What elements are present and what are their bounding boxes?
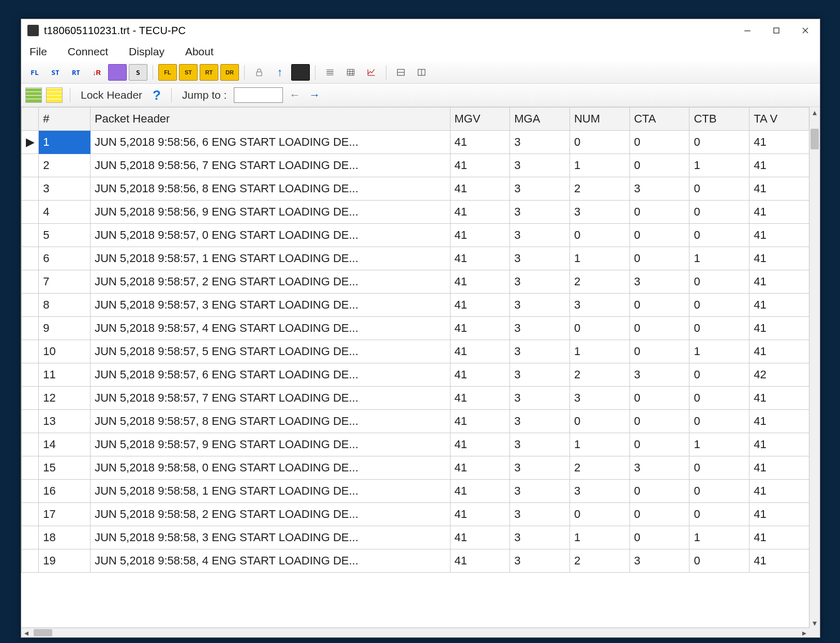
cell-mgv[interactable]: 41 <box>450 224 510 247</box>
row-marker[interactable] <box>22 224 39 247</box>
cell-ph[interactable]: JUN 5,2018 9:58:56, 9 ENG START LOADING … <box>90 201 450 224</box>
toolbar-fl-yellow-button[interactable]: FL <box>158 64 177 81</box>
cell-mgv[interactable]: 41 <box>450 503 510 526</box>
cell-ph[interactable]: JUN 5,2018 9:58:57, 4 ENG START LOADING … <box>90 317 450 340</box>
cell-num[interactable]: 2 <box>569 456 629 480</box>
table-row[interactable]: 11JUN 5,2018 9:58:57, 6 ENG START LOADIN… <box>22 363 809 387</box>
cell-ph[interactable]: JUN 5,2018 9:58:57, 7 ENG START LOADING … <box>90 387 450 410</box>
cell-ctb[interactable]: 0 <box>689 387 749 410</box>
lock-header-label[interactable]: Lock Header <box>81 89 142 101</box>
cell-cta[interactable]: 0 <box>629 317 689 340</box>
jump-prev-button[interactable]: ← <box>287 88 303 102</box>
cell-mga[interactable]: 3 <box>510 154 570 177</box>
row-marker[interactable] <box>22 340 39 363</box>
cell-mga[interactable]: 3 <box>510 363 570 387</box>
toolbar-st-button[interactable]: ST <box>46 64 65 81</box>
cell-num[interactable]: 0 <box>569 410 629 433</box>
col-number[interactable]: # <box>39 108 91 131</box>
table-row[interactable]: 9JUN 5,2018 9:58:57, 4 ENG START LOADING… <box>22 317 809 340</box>
vertical-scrollbar[interactable]: ▴ ▾ <box>809 107 820 628</box>
cell-mga[interactable]: 3 <box>510 294 570 317</box>
data-grid[interactable]: # Packet Header MGV MGA NUM CTA CTB TA V… <box>21 107 809 573</box>
cell-mgv[interactable]: 41 <box>450 294 510 317</box>
table-row[interactable]: 6JUN 5,2018 9:58:57, 1 ENG START LOADING… <box>22 247 809 270</box>
table-row[interactable]: 17JUN 5,2018 9:58:58, 2 ENG START LOADIN… <box>22 503 809 526</box>
cell-ctb[interactable]: 0 <box>689 410 749 433</box>
cell-mgv[interactable]: 41 <box>450 410 510 433</box>
scroll-down-icon[interactable]: ▾ <box>809 618 820 628</box>
cell-cta[interactable]: 0 <box>629 201 689 224</box>
toolbar-square-purple-icon[interactable] <box>108 64 127 81</box>
toolbar-rt-button[interactable]: RT <box>67 64 85 81</box>
cell-n[interactable]: 18 <box>39 526 91 549</box>
cell-ctb[interactable]: 0 <box>689 294 749 317</box>
cell-ph[interactable]: JUN 5,2018 9:58:57, 0 ENG START LOADING … <box>90 224 450 247</box>
row-marker[interactable] <box>22 154 39 177</box>
cell-tav[interactable]: 41 <box>749 247 809 270</box>
cell-n[interactable]: 1 <box>39 131 91 154</box>
cell-mga[interactable]: 3 <box>510 503 570 526</box>
row-marker[interactable] <box>22 433 39 456</box>
grid-green-icon[interactable] <box>25 87 42 103</box>
cell-mga[interactable]: 3 <box>510 456 570 480</box>
vscroll-thumb[interactable] <box>811 129 819 149</box>
hscroll-thumb[interactable] <box>34 629 52 636</box>
cell-ctb[interactable]: 1 <box>689 433 749 456</box>
cell-cta[interactable]: 0 <box>629 387 689 410</box>
cell-mgv[interactable]: 41 <box>450 270 510 294</box>
cell-mga[interactable]: 3 <box>510 270 570 294</box>
cell-ctb[interactable]: 1 <box>689 154 749 177</box>
cell-n[interactable]: 4 <box>39 201 91 224</box>
cell-mgv[interactable]: 41 <box>450 456 510 480</box>
cell-ph[interactable]: JUN 5,2018 9:58:57, 1 ENG START LOADING … <box>90 247 450 270</box>
cell-mgv[interactable]: 41 <box>450 363 510 387</box>
cell-cta[interactable]: 0 <box>629 294 689 317</box>
grid-view-icon[interactable] <box>341 64 360 81</box>
cell-n[interactable]: 10 <box>39 340 91 363</box>
toolbar-dr-button[interactable]: ↓R <box>87 64 106 81</box>
row-marker[interactable] <box>22 317 39 340</box>
menu-display[interactable]: Display <box>126 43 168 60</box>
cell-cta[interactable]: 3 <box>629 363 689 387</box>
cell-tav[interactable]: 41 <box>749 433 809 456</box>
col-rowmarker[interactable] <box>22 108 39 131</box>
col-mga[interactable]: MGA <box>510 108 570 131</box>
cell-n[interactable]: 6 <box>39 247 91 270</box>
help-icon[interactable]: ? <box>153 87 161 103</box>
cell-ctb[interactable]: 1 <box>689 247 749 270</box>
cell-tav[interactable]: 42 <box>749 363 809 387</box>
row-marker[interactable] <box>22 247 39 270</box>
cell-mgv[interactable]: 41 <box>450 549 510 573</box>
cell-mga[interactable]: 3 <box>510 387 570 410</box>
lock-icon[interactable] <box>250 64 268 81</box>
row-marker[interactable] <box>22 480 39 503</box>
cell-tav[interactable]: 41 <box>749 131 809 154</box>
cell-tav[interactable]: 41 <box>749 410 809 433</box>
col-num[interactable]: NUM <box>569 108 629 131</box>
table-row[interactable]: 12JUN 5,2018 9:58:57, 7 ENG START LOADIN… <box>22 387 809 410</box>
cell-n[interactable]: 16 <box>39 480 91 503</box>
toolbar-dark-icon[interactable] <box>291 64 310 81</box>
cell-mgv[interactable]: 41 <box>450 433 510 456</box>
split-horizontal-icon[interactable] <box>392 64 410 81</box>
horizontal-scrollbar[interactable]: ◂ ▸ <box>21 627 809 637</box>
cell-mga[interactable]: 3 <box>510 131 570 154</box>
cell-ctb[interactable]: 1 <box>689 340 749 363</box>
cell-ctb[interactable]: 0 <box>689 503 749 526</box>
cell-cta[interactable]: 0 <box>629 503 689 526</box>
cell-mgv[interactable]: 41 <box>450 340 510 363</box>
grid-yellow-icon[interactable] <box>46 87 63 103</box>
cell-num[interactable]: 3 <box>569 387 629 410</box>
cell-ph[interactable]: JUN 5,2018 9:58:57, 2 ENG START LOADING … <box>90 270 450 294</box>
cell-tav[interactable]: 41 <box>749 456 809 480</box>
cell-mga[interactable]: 3 <box>510 410 570 433</box>
cell-num[interactable]: 2 <box>569 549 629 573</box>
cell-ctb[interactable]: 0 <box>689 224 749 247</box>
cell-tav[interactable]: 41 <box>749 503 809 526</box>
cell-ph[interactable]: JUN 5,2018 9:58:56, 8 ENG START LOADING … <box>90 177 450 201</box>
cell-num[interactable]: 0 <box>569 131 629 154</box>
col-cta[interactable]: CTA <box>629 108 689 131</box>
cell-ctb[interactable]: 0 <box>689 131 749 154</box>
cell-tav[interactable]: 41 <box>749 317 809 340</box>
row-marker[interactable] <box>22 201 39 224</box>
